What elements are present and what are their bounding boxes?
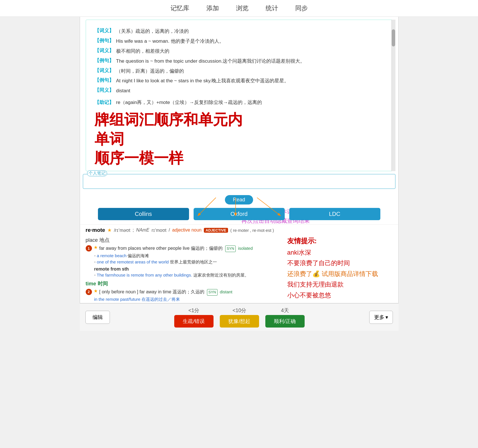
syn-word-2: distant xyxy=(220,289,232,294)
sub-link-2[interactable]: one of the remotest areas of the world xyxy=(97,259,169,264)
word-badge: ADJECTIVE xyxy=(204,228,228,233)
def-text-2: [ only before noun ] far away in time 遥远… xyxy=(99,288,279,296)
time-label: time 时间 xyxy=(86,280,279,287)
ldc-button[interactable]: LDC xyxy=(289,208,380,220)
word-pos: adjective noun xyxy=(172,228,202,233)
phrase-example: ◦ The farmhouse is remote from any other… xyxy=(94,273,279,278)
big-text-3: 顺序一模一样 xyxy=(95,149,384,168)
top-navigation: 记忆库 添加 浏览 统计 同步 xyxy=(0,0,478,17)
example-text-2: The question is ~ from the topic under d… xyxy=(116,57,305,66)
example-label-2b: 【例句】 xyxy=(95,57,114,64)
word-star: ★ xyxy=(107,227,112,233)
nav-stats[interactable]: 统计 xyxy=(266,4,278,13)
review-btn-2[interactable]: 犹豫/想起 xyxy=(220,315,259,328)
review-btn-1[interactable]: 生疏/错误 xyxy=(174,315,213,328)
example-label-3: 【例句】 xyxy=(95,77,114,83)
tip-item-2: 还浪费了💰 试用版商品详情下载 xyxy=(287,269,393,279)
meaning-label-2: 【词义】 xyxy=(95,47,114,54)
tip-area: 友情提示: anki水深 不要浪费了自己的时间 还浪费了💰 试用版商品详情下载 … xyxy=(284,235,393,303)
sub-item-1: ◦ a remote beach 偏远的海滩 xyxy=(94,253,279,259)
tip-item-4: 小心不要被忽悠 xyxy=(287,290,393,300)
nav-add[interactable]: 添加 xyxy=(206,4,219,13)
def-number-1: 1 xyxy=(86,245,92,251)
example-text-1: His wife was a ~ woman. 他的妻子是个冷淡的人。 xyxy=(116,37,224,46)
big-text-1: 牌组词汇顺序和单元内 xyxy=(95,110,384,130)
review-timings: <1分 生疏/错误 <10分 犹豫/想起 4天 顺利/正确 xyxy=(110,307,369,328)
timing-label-2: <10分 xyxy=(233,307,247,314)
synonym-row: 【同义】 distant xyxy=(95,87,384,95)
def-row-1: 1 ★ far away from places where other peo… xyxy=(86,245,279,252)
syn-badge-2: SYN xyxy=(207,289,218,296)
scrollbar-thumb[interactable] xyxy=(392,29,395,46)
example-row-3: 【例句】 At night I like to look at the ~ st… xyxy=(95,77,384,85)
synonym-text: distant xyxy=(116,87,130,95)
def-star-2: ★ xyxy=(94,288,98,294)
big-text-2: 单词 xyxy=(95,130,384,149)
timing-group-1: <1分 生疏/错误 xyxy=(171,307,217,328)
example-text-3: At night I like to look at the ~ stars i… xyxy=(116,77,289,85)
example-label-1: 【例句】 xyxy=(95,37,114,44)
bottom-bar: 编辑 <1分 生疏/错误 <10分 犹豫/想起 4天 顺利/正确 更多 ▾ xyxy=(80,303,399,331)
tip-item-0: anki水深 xyxy=(287,247,393,258)
phrase-label: remote from sth xyxy=(94,267,279,272)
def-row-2: 2 ★ [ only before noun ] far away in tim… xyxy=(86,288,279,296)
mnemonic-label: 【助记】 xyxy=(95,99,114,106)
word-content-area: 【词义】 （关系）疏远的，远离的，冷淡的 【例句】 His wife was a… xyxy=(86,20,393,171)
timing-label-3: 4天 xyxy=(281,307,289,314)
meaning-text-3: （时间，距离）遥远的，偏僻的 xyxy=(116,67,184,75)
def-number-2: 2 xyxy=(86,289,92,295)
nav-memory[interactable]: 记忆库 xyxy=(171,4,189,13)
notes-area: 个人笔记 xyxy=(83,174,395,190)
more-button[interactable]: 更多 ▾ xyxy=(369,311,393,324)
dict-buttons-row: Collins Oxford LDC xyxy=(86,208,393,220)
definitions-area: place 地点 1 ★ far away from places where … xyxy=(80,235,398,303)
sub-item-2: ◦ one of the remotest areas of the world… xyxy=(94,259,279,265)
example-row-1: 【例句】 His wife was a ~ woman. 他的妻子是个冷淡的人。 xyxy=(95,37,384,46)
main-container: 【词义】 （关系）疏远的，远离的，冷淡的 【例句】 His wife was a… xyxy=(80,17,399,303)
place-label: place 地点 xyxy=(86,237,279,244)
word-separator: ; xyxy=(133,228,134,233)
word-forms: ( re·moter , re·mot·est ) xyxy=(230,228,274,233)
meaning-text-1: （关系）疏远的，远离的，冷淡的 xyxy=(116,27,189,36)
review-btn-3[interactable]: 顺利/正确 xyxy=(265,315,304,328)
collins-button[interactable]: Collins xyxy=(98,208,189,220)
mnemonic-row: 【助记】 re（again再，又）+mote（尘埃）→反复扫除尘埃→疏远的，远离… xyxy=(95,99,384,106)
tip-item-1: 不要浪费了自己的时间 xyxy=(287,258,393,268)
read-button[interactable]: Read xyxy=(225,195,253,204)
mnemonic-text: re（again再，又）+mote（尘埃）→反复扫除尘埃→疏远的，远离的 xyxy=(116,99,262,106)
tip-item-3: 我们支持无理由退款 xyxy=(287,279,393,290)
edit-button[interactable]: 编辑 xyxy=(85,311,110,324)
meaning-row-3: 【词义】 （时间，距离）遥远的，偏僻的 xyxy=(95,67,384,75)
oxford-button[interactable]: Oxford xyxy=(194,208,285,220)
word-entry-line: re·mote ★ /rɪˈməʊt ; NAmE rɪˈmoʊt / adje… xyxy=(80,224,398,235)
scrollbar[interactable] xyxy=(391,20,395,171)
meaning-text-2: 极不相同的，相差很大的 xyxy=(116,47,169,56)
nav-sync[interactable]: 同步 xyxy=(295,4,308,13)
nav-browse[interactable]: 浏览 xyxy=(236,4,249,13)
dict-buttons-area: Read Collins Oxford LDC xyxy=(80,192,398,224)
example-row-2: 【例句】 The question is ~ from the topic un… xyxy=(95,57,384,66)
word-pron-br: /rɪˈməʊt xyxy=(114,228,130,233)
word-pron-am: rɪˈmoʊt xyxy=(151,228,166,233)
word-slash: / xyxy=(169,228,170,233)
more-label: 更多 xyxy=(374,314,384,321)
syn-word-1: isolated xyxy=(238,246,253,251)
meaning-row-2: 【词义】 极不相同的，相差很大的 xyxy=(95,47,384,56)
def-text-1: far away from places where other people … xyxy=(99,245,279,252)
word-name-label: NAmE xyxy=(136,228,149,233)
word-main: re·mote xyxy=(86,227,105,233)
notes-input[interactable] xyxy=(83,174,395,189)
meaning-label-3: 【词义】 xyxy=(95,67,114,74)
meaning-label-1: 【词义】 xyxy=(95,27,114,34)
truncated-line: in the remote past/future 在遥远的过去／将来 xyxy=(94,297,279,302)
tip-title: 友情提示: xyxy=(287,236,393,246)
synonym-label: 【同义】 xyxy=(95,87,114,93)
timing-label-1: <1分 xyxy=(188,307,200,314)
sub-link-1[interactable]: a remote beach xyxy=(97,253,126,258)
chevron-down-icon: ▾ xyxy=(385,314,388,320)
def-star-1: ★ xyxy=(94,245,98,250)
timing-group-3: 4天 顺利/正确 xyxy=(262,307,308,328)
big-text-section: 牌组词汇顺序和单元内 单词 顺序一模一样 一套牌组内置三本词典，点击按钮自动查询… xyxy=(95,110,384,168)
notes-label: 个人笔记 xyxy=(87,170,107,176)
definitions-main: place 地点 1 ★ far away from places where … xyxy=(86,235,284,303)
